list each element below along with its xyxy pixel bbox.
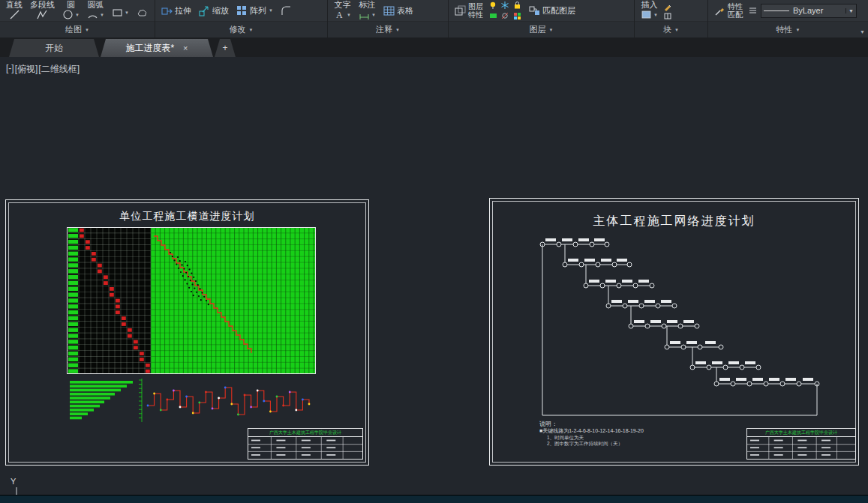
array-tool-label: 阵列 [250,6,266,15]
properties-list-icon[interactable] [748,6,758,15]
panel-expand-icon: ▼ [85,28,89,32]
new-tab-button[interactable]: + [215,39,236,57]
layer-off-icon[interactable] [500,11,510,20]
match-layer-button[interactable]: 匹配图层 [527,4,578,17]
match-properties-label-1: 特性 [728,2,743,10]
layer-color-icon[interactable] [512,11,522,20]
insert-block-button[interactable]: 插入 ▼ [638,0,660,21]
panel-label-annotate-text: 注释 [376,24,392,35]
ribbon-group-annotate: 文字 A▼ 标注 ▼ 表格 注释▼ [328,0,449,37]
ribbon-collapse-icon[interactable]: ▼ [860,29,865,34]
table-tool-label: 表格 [397,6,413,15]
circle-icon [62,9,74,20]
table-tool-button[interactable]: 表格 [381,4,416,17]
match-layer-label: 匹配图层 [542,6,575,15]
drawing-canvas[interactable]: [-] [俯视] [二维线框] 单位工程施工横道进度计划 广西大学土木建筑工程学… [0,57,868,495]
text-tool-button[interactable]: 文字 A▼ [332,0,353,21]
resource-histogram [67,377,316,425]
match-properties-label-2: 匹配 [728,10,743,19]
line-tool-button[interactable]: 直线 [4,0,25,21]
panel-expand-icon: ▼ [796,28,800,32]
match-properties-icon [714,5,725,16]
rectangle-tool-button[interactable]: ▼ [110,0,131,19]
layer-isolate-icon[interactable] [488,11,498,20]
bylayer-value: ByLayer [793,6,842,15]
array-icon [236,5,248,16]
network-title: 主体工程施工网络进度计划 [490,214,858,229]
gantt-titleblock-grid [248,437,362,459]
polyline-tool-label: 多段线 [30,0,55,9]
scale-tool-button[interactable]: 缩放 [197,4,231,17]
dropdown-icon[interactable]: ▼ [125,10,129,15]
viewport-visual-style-control[interactable]: [二维线框] [38,63,80,76]
dropdown-icon[interactable]: ▼ [75,13,80,17]
layer-on-icon[interactable] [488,1,498,10]
close-tab-icon[interactable]: × [183,43,188,52]
viewport-minimize-control[interactable]: [-] [6,63,14,76]
arc-icon [87,9,98,20]
block-editor-icon[interactable] [663,12,673,21]
insert-block-icon [641,9,652,20]
layer-freeze-icon[interactable] [500,1,510,10]
panel-expand-icon: ▼ [395,28,400,32]
edit-attribute-icon[interactable] [663,2,673,11]
panel-label-block[interactable]: 块▼ [635,21,707,37]
bylayer-dropdown[interactable]: ByLayer ▼ [761,4,857,18]
chevron-down-icon[interactable]: ▼ [845,8,854,13]
dropdown-icon[interactable]: ▼ [269,8,273,13]
gantt-drawing-frame: 单位工程施工横道进度计划 广西大学土木建筑工程学院毕业设计 [5,199,369,466]
revision-cloud-tool-button[interactable] [134,0,150,19]
fillet-tool-button[interactable] [278,4,294,17]
stretch-icon [161,5,173,16]
network-titleblock-header: 广西大学土木建筑工程学院毕业设计 [747,429,855,437]
match-properties-button[interactable]: 特性匹配 [712,1,745,19]
viewport-controls: [-] [俯视] [二维线框] [6,63,80,76]
dimension-tool-button[interactable]: 标注 ▼ [356,0,378,21]
panel-label-annotate[interactable]: 注释▼ [328,21,448,37]
arc-tool-button[interactable]: 圆弧 ▼ [85,0,107,21]
circle-tool-label: 圆 [67,0,75,9]
dimension-tool-label: 标注 [359,0,375,9]
array-tool-button[interactable]: 阵列 ▼ [234,4,275,17]
circle-tool-button[interactable]: 圆 ▼ [60,0,82,21]
scale-tool-label: 缩放 [212,6,229,15]
network-notes: 说明： ■关键线路为1-2-4-6-8-10-12-14-16-18-19-20… [539,421,644,447]
dropdown-icon[interactable]: ▼ [347,13,351,17]
panel-label-modify-text: 修改 [230,24,246,35]
insert-block-label: 插入 [641,0,657,9]
stretch-tool-button[interactable]: 拉伸 [159,4,194,17]
viewport-view-control[interactable]: [俯视] [15,63,38,76]
panel-label-modify[interactable]: 修改▼ [155,21,327,37]
svg-text:Y: Y [11,477,17,486]
panel-label-properties[interactable]: 特性▼ [708,21,868,37]
ribbon-group-layers: 图层特性 匹配图层 图层▼ [449,0,635,37]
panel-label-layers[interactable]: 图层▼ [449,21,634,37]
svg-text:A: A [336,10,343,20]
layer-properties-icon [455,5,466,16]
layer-properties-button[interactable]: 图层特性 [452,1,485,19]
panel-label-draw[interactable]: 绘图▼ [0,21,155,37]
ribbon: 直线 多段线 圆 ▼ 圆弧 ▼ ▼ 绘图▼ [0,0,868,37]
tab-start[interactable]: 开始 [9,39,99,57]
fillet-icon [281,5,292,16]
ribbon-group-block: 插入 ▼ 块▼ [635,0,708,37]
linetype-sample [764,10,789,11]
gantt-title: 单位工程施工横道进度计划 [6,210,368,223]
panel-label-properties-text: 特性 [776,24,793,35]
gantt-chart [67,227,316,374]
network-drawing-frame: 主体工程施工网络进度计划 说明： ■关键线路为1-2-4-6-8-10-12-1… [489,198,859,466]
layer-lock-icon[interactable] [512,1,522,10]
dropdown-icon[interactable]: ▼ [653,13,658,17]
network-diagram [496,233,854,421]
scale-icon [199,5,210,16]
line-tool-label: 直线 [6,0,23,9]
dropdown-icon[interactable]: ▼ [100,13,104,17]
polyline-tool-button[interactable]: 多段线 [28,0,57,21]
panel-label-layers-text: 图层 [530,24,546,35]
notes-line-critical-path: ■关键线路为1-2-4-6-8-10-12-14-16-18-19-20 [539,428,644,435]
tab-schedule[interactable]: 施工进度表* × [101,39,213,57]
polyline-icon [37,9,48,20]
network-titleblock-grid [747,437,855,459]
line-icon [9,9,20,20]
dropdown-icon[interactable]: ▼ [371,13,376,17]
